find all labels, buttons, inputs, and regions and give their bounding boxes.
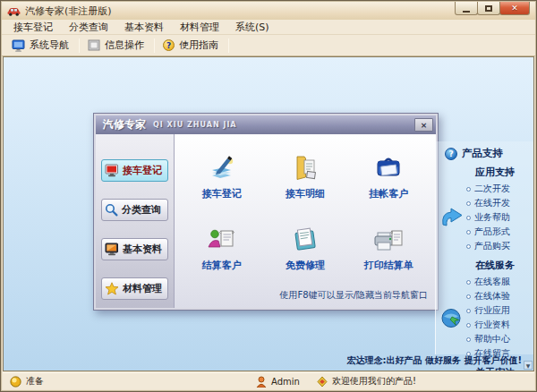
- scroll-down-arrow[interactable]: ▼: [524, 361, 533, 370]
- window-title: 汽修专家(非注册版): [25, 4, 112, 18]
- support-link-online-cs[interactable]: 在线客服: [466, 275, 526, 289]
- shortcut-label: 接车登记: [202, 187, 242, 200]
- support-link-label: 业务帮助: [474, 211, 510, 224]
- magnifier-icon: [105, 203, 118, 217]
- bullet-icon: [466, 309, 471, 313]
- status-ready-text: 准备: [26, 375, 44, 388]
- toolbar-separator: [228, 38, 229, 53]
- support-link-online-dev[interactable]: 在线开发: [466, 196, 526, 210]
- nav-button-label: 材料管理: [123, 282, 162, 295]
- menu-item-checkin[interactable]: 接车登记: [5, 20, 61, 35]
- shortcut-print-bill[interactable]: 打印结算单: [347, 213, 430, 285]
- f8-hint-text: 使用F8键可以显示/隐藏当前导航窗口: [280, 289, 428, 302]
- support-link-purchase[interactable]: 产品购买: [466, 239, 526, 253]
- menu-item-query[interactable]: 分类查询: [61, 20, 116, 35]
- pen-register-icon: [206, 154, 238, 183]
- status-bar: 准备 Admin 欢迎使用我们的产品!: [3, 372, 534, 389]
- support-link-industry-app[interactable]: 行业应用: [466, 303, 526, 318]
- nav-button-label: 基本资料: [123, 243, 162, 256]
- notepad-icon: [289, 226, 321, 254]
- menu-bar: 接车登记 分类查询 基本资料 材料管理 系统(S): [2, 20, 535, 35]
- question-badge-icon: ?: [445, 148, 457, 160]
- shortcut-label: 打印结算单: [364, 259, 413, 272]
- support-title: 产品支持: [462, 147, 503, 160]
- star-icon: [105, 282, 119, 295]
- menu-item-basicdata[interactable]: 基本资料: [116, 20, 172, 35]
- toolbar-guide-label: 使用指南: [179, 38, 218, 52]
- navigator-dialog: 汽修专家 QI XIU ZHUAN JIA ×: [93, 113, 439, 311]
- printer-scroll-icon: [372, 226, 405, 254]
- bullet-icon: [466, 244, 471, 249]
- orange-monitor-icon: [105, 243, 119, 256]
- section-title-online-service: 在线服务: [436, 259, 526, 272]
- nav-button-query[interactable]: 分类查询: [101, 199, 168, 221]
- support-link-label: 二次开发: [474, 183, 510, 195]
- support-link-label: 产品形式: [474, 226, 510, 238]
- support-link-product-form[interactable]: 产品形式: [466, 225, 526, 239]
- titlebar: 汽修专家(非注册版) ✕: [2, 2, 535, 20]
- shortcut-label: 结算客户: [202, 259, 242, 272]
- dialog-main-panel: 接车登记 接车明: [175, 134, 436, 308]
- support-link-business-help[interactable]: 业务帮助: [466, 210, 526, 225]
- shortcut-label: 免费修理: [286, 259, 325, 272]
- maximize-button[interactable]: [477, 2, 500, 15]
- toolbar: 系统导航 信息操作 ? 使用指南: [2, 35, 535, 56]
- support-link-label: 产品购买: [474, 240, 510, 252]
- support-link-online-trial[interactable]: 在线体验: [466, 289, 526, 303]
- shortcut-credit-customer[interactable]: 挂帐客户: [347, 141, 430, 213]
- toolbar-info-ops-label: 信息操作: [105, 38, 144, 52]
- toolbar-system-nav-label: 系统导航: [30, 38, 69, 52]
- support-header: ? 产品支持: [436, 147, 526, 160]
- shortcut-free-repair[interactable]: 免费修理: [263, 213, 346, 285]
- welcome-gem-icon: [317, 376, 328, 388]
- section-title-app-support: 应用支持: [436, 166, 526, 179]
- toolbar-guide-button[interactable]: ? 使用指南: [157, 36, 226, 55]
- briefcase-icon: [372, 154, 405, 183]
- help-question-icon: ?: [163, 39, 175, 51]
- shortcut-label: 接车明细: [286, 187, 325, 200]
- toolbar-info-ops-button[interactable]: 信息操作: [81, 36, 152, 55]
- shortcut-checkin[interactable]: 接车登记: [180, 141, 263, 213]
- bullet-icon: [466, 294, 471, 299]
- minimize-button[interactable]: [455, 2, 478, 15]
- monitor-blue-icon: [12, 39, 25, 52]
- shortcut-settle-customer[interactable]: 结算客户: [180, 213, 263, 285]
- app-window: 汽修专家(非注册版) ✕ 接车登记 分类查询 基本资料 材料管理 系统(S) 系…: [0, 0, 537, 392]
- shortcut-detail[interactable]: 接车明细: [263, 141, 346, 213]
- bullet-icon: [466, 337, 471, 342]
- app-car-icon: [7, 6, 21, 16]
- support-link-label: 在线开发: [474, 197, 510, 209]
- menu-item-materials[interactable]: 材料管理: [172, 20, 227, 35]
- support-link-secondary-dev[interactable]: 二次开发: [466, 182, 526, 196]
- dialog-title: 汽修专家: [103, 117, 146, 132]
- toolbar-separator: [154, 38, 155, 53]
- support-link-help-center[interactable]: 帮助中心: [466, 332, 526, 346]
- ready-status-icon: [10, 376, 21, 388]
- shortcut-label: 挂帐客户: [369, 187, 408, 200]
- info-grid-icon: [88, 39, 100, 51]
- status-user-text: Admin: [271, 377, 300, 387]
- support-link-label: 行业应用: [474, 304, 510, 317]
- support-link-label: 在线客服: [474, 276, 510, 288]
- dialog-close-button[interactable]: ×: [414, 118, 433, 132]
- support-link-industry-data[interactable]: 行业资料: [466, 318, 526, 332]
- bullet-icon: [466, 201, 471, 206]
- bullet-icon: [466, 187, 471, 192]
- dialog-titlebar: 汽修专家 QI XIU ZHUAN JIA ×: [96, 115, 436, 134]
- dialog-nav-sidebar: 接车登记 分类查询: [96, 134, 175, 308]
- toolbar-system-nav-button[interactable]: 系统导航: [5, 36, 77, 55]
- nav-button-basicdata[interactable]: 基本资料: [101, 238, 168, 260]
- support-link-label: 帮助中心: [474, 333, 510, 345]
- nav-button-label: 分类查询: [122, 203, 161, 217]
- client-area: 汽修专家 QI XIU ZHUAN JIA ×: [3, 56, 534, 371]
- close-button[interactable]: ✕: [499, 2, 530, 15]
- user-icon: [256, 376, 267, 388]
- nav-button-materials[interactable]: 材料管理: [101, 277, 168, 300]
- person-scroll-icon: [206, 226, 238, 254]
- support-link-label: 行业资料: [474, 319, 510, 331]
- dialog-subtitle: QI XIU ZHUAN JIA: [153, 121, 237, 129]
- menu-item-system[interactable]: 系统(S): [227, 20, 277, 35]
- blue-arrow-icon: [436, 206, 466, 229]
- red-monitor-icon: [105, 164, 119, 177]
- nav-button-checkin[interactable]: 接车登记: [101, 159, 168, 182]
